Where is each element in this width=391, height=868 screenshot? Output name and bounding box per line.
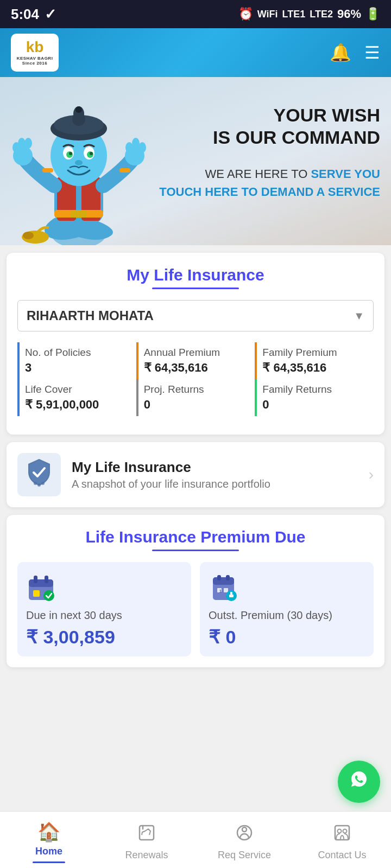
svg-point-25 [125,142,133,153]
status-time-area: 5:04 ✓ [11,6,56,23]
stat-proj-returns: Proj. Returns 0 [136,379,255,416]
nav-req-service[interactable]: Req Service [195,812,293,868]
nav-contact-label: Contact Us [318,850,366,861]
svg-point-57 [343,829,347,833]
snapshot-icon-wrapper [17,453,61,496]
due-30-label: Due in next 30 days [26,609,122,622]
svg-rect-44 [226,575,230,580]
whatsapp-fab-button[interactable] [338,761,380,803]
svg-rect-43 [217,575,221,580]
status-time: 5:04 [11,6,39,23]
premium-due-title: Life Insurance Premium Due [17,528,374,546]
wifi-icon: WiFi [257,9,278,20]
stat-life-cover: Life Cover ₹ 5,91,00,000 [17,379,136,416]
svg-rect-46 [224,588,228,592]
premium-title-underline [152,550,239,551]
contact-icon [333,824,351,846]
req-service-icon [235,824,254,846]
premium-due-30days-tile[interactable]: Due in next 30 days ₹ 3,00,859 [17,562,191,656]
whatsapp-icon [347,767,371,796]
calendar-icon [26,573,56,605]
main-content: My Life Insurance RIHAARTH MOHATA ▼ No. … [0,253,391,767]
notification-bell-icon[interactable]: 🔔 [330,42,351,63]
svg-rect-37 [34,576,37,583]
stat-proj-label: Proj. Returns [144,384,250,395]
stat-annual-value: ₹ 64,35,616 [144,361,250,375]
stat-family-returns: Family Returns 0 [255,379,374,416]
svg-point-31 [23,232,34,239]
insurance-stats-grid: No. of Policies 3 Annual Premium ₹ 64,35… [17,342,374,416]
stat-policies-label: No. of Policies [25,347,131,359]
stat-family-premium-label: Family Premium [262,347,368,359]
svg-rect-55 [335,826,349,840]
bottom-navigation: 🏠 Home Renewals Req Service [0,811,391,868]
outstanding-premium-tile[interactable]: 1 Outst. Premium (30 days) ₹ 0 [200,562,374,656]
menu-hamburger-icon[interactable]: ☰ [364,42,380,63]
nav-req-service-label: Req Service [218,850,271,861]
shield-check-icon [26,457,53,492]
status-check-icon: ✓ [45,6,56,23]
snapshot-title: My Life Insurance [72,459,270,476]
svg-point-14 [75,160,83,165]
svg-rect-42 [213,577,234,585]
svg-point-56 [338,829,342,833]
snapshot-chevron-icon: › [369,466,374,483]
stat-annual-label: Annual Premium [144,347,250,359]
life-insurance-card: My Life Insurance RIHAARTH MOHATA ▼ No. … [7,253,384,435]
svg-point-33 [37,483,41,487]
stat-family-returns-label: Family Returns [262,384,368,395]
logo-sub: KESHAV BAGRISince 2016 [17,56,53,66]
alarm-icon: ⏰ [238,7,253,21]
user-dropdown[interactable]: RIHAARTH MOHATA ▼ [17,300,374,331]
svg-rect-36 [29,579,53,587]
nav-contact-us[interactable]: Contact Us [293,812,391,868]
svg-point-54 [242,827,247,832]
dropdown-arrow-icon: ▼ [354,310,364,322]
svg-point-23 [24,138,32,149]
insurance-snapshot-card[interactable]: My Life Insurance A snapshot of your lif… [7,442,384,507]
svg-point-32 [34,482,37,485]
title-underline [152,288,239,289]
svg-rect-29 [119,168,130,173]
nav-home-label: Home [35,846,62,857]
stat-family-premium-value: ₹ 64,35,616 [262,361,368,375]
svg-point-27 [138,142,146,153]
signal-lte2-icon: LTE2 [310,9,333,20]
svg-rect-6 [71,210,87,218]
svg-point-22 [18,138,26,149]
renewals-icon [137,824,156,846]
hero-banner[interactable]: YOUR WISH IS OUR COMMAND WE ARE HERE TO … [0,77,391,245]
header-actions: 🔔 ☰ [330,42,380,63]
svg-text:1: 1 [219,589,222,593]
stat-family-returns-value: 0 [262,398,368,412]
premium-tiles-grid: Due in next 30 days ₹ 3,00,859 1 [17,562,374,656]
due-30-value: ₹ 3,00,859 [26,626,115,648]
svg-rect-28 [42,168,53,173]
nav-renewals-label: Renewals [125,850,168,861]
stat-policies: No. of Policies 3 [17,342,136,379]
svg-point-26 [132,138,140,149]
banner-wish-text: YOUR WISH IS OUR COMMAND [159,104,380,149]
outstanding-value: ₹ 0 [209,626,236,648]
stat-life-cover-value: ₹ 5,91,00,000 [25,398,131,412]
selected-user: RIHAARTH MOHATA [27,308,154,323]
svg-point-40 [43,590,54,601]
snapshot-text: My Life Insurance A snapshot of your lif… [72,459,270,490]
outstanding-icon: 1 [209,573,238,605]
stat-life-cover-label: Life Cover [25,384,131,395]
logo-brand: kb [26,40,44,55]
stat-family-premium: Family Premium ₹ 64,35,616 [255,342,374,379]
status-bar: 5:04 ✓ ⏰ WiFi LTE1 LTE2 96% 🔋 [0,0,391,28]
nav-active-indicator [33,861,65,863]
outstanding-label: Outst. Premium (30 days) [209,609,332,622]
app-header: kb KESHAV BAGRISince 2016 🔔 ☰ [0,28,391,77]
svg-point-13 [90,152,93,155]
svg-rect-49 [230,592,232,595]
logo[interactable]: kb KESHAV BAGRISince 2016 [11,34,59,72]
status-icons-area: ⏰ WiFi LTE1 LTE2 96% 🔋 [238,7,380,21]
snapshot-description: A snapshot of your life insurance portfo… [72,478,270,490]
nav-renewals[interactable]: Renewals [98,812,195,868]
banner-text-block: YOUR WISH IS OUR COMMAND WE ARE HERE TO … [159,104,380,201]
nav-home[interactable]: 🏠 Home [0,812,98,868]
svg-point-19 [75,106,82,113]
